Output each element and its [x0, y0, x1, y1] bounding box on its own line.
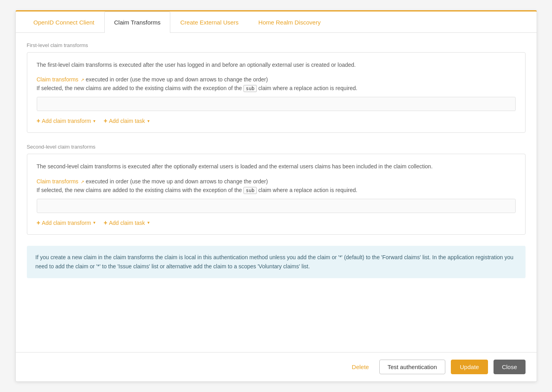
first-level-add-task-plus-icon: + [104, 117, 107, 124]
second-level-description: The second-level claim transforms is exe… [37, 162, 516, 171]
second-level-sub-prefix: If selected, the new claims are added to… [37, 187, 244, 193]
first-level-transforms-list [37, 97, 516, 111]
second-level-external-link-icon: ↗ [81, 179, 84, 185]
tab-home-realm[interactable]: Home Realm Discovery [249, 11, 331, 33]
second-level-add-task-chevron-icon: ▾ [147, 220, 150, 225]
first-level-external-link-icon: ↗ [81, 77, 84, 83]
second-level-add-task-button[interactable]: + Add claim task ▾ [104, 219, 149, 226]
test-authentication-button[interactable]: Test authentication [379, 360, 445, 374]
second-level-add-transform-plus-icon: + [37, 219, 40, 226]
first-level-add-task-chevron-icon: ▾ [147, 119, 150, 124]
first-level-sub-row: If selected, the new claims are added to… [37, 85, 516, 92]
first-level-add-transform-button[interactable]: + Add claim transform ▾ [37, 117, 96, 124]
first-level-sub-prefix: If selected, the new claims are added to… [37, 85, 244, 91]
first-level-add-task-button[interactable]: + Add claim task ▾ [104, 117, 149, 124]
first-level-add-transform-plus-icon: + [37, 117, 40, 124]
first-level-add-task-label: Add claim task [109, 118, 145, 124]
update-button[interactable]: Update [451, 360, 488, 374]
first-level-sub-badge: sub [243, 85, 257, 92]
second-level-sub-suffix: claim where a replace action is required… [258, 187, 358, 193]
close-button[interactable]: Close [494, 360, 525, 374]
second-level-label: Second-level claim transforms [27, 144, 526, 150]
first-level-add-transform-chevron-icon: ▾ [93, 119, 96, 124]
modal-container: OpenID Connect Client Claim Transforms C… [15, 10, 537, 382]
first-level-claim-link-suffix: executed in order (use the move up and d… [86, 76, 268, 83]
second-level-claim-link-row: Claim transforms ↗ executed in order (us… [37, 178, 516, 185]
delete-button[interactable]: Delete [347, 360, 373, 373]
second-level-add-transform-label: Add claim transform [42, 220, 91, 226]
second-level-add-row: + Add claim transform ▾ + Add claim task… [37, 219, 516, 226]
first-level-add-row: + Add claim transform ▾ + Add claim task… [37, 117, 516, 124]
content-area: First-level claim transforms The first-l… [16, 33, 537, 352]
first-level-claim-transforms-link[interactable]: Claim transforms [37, 76, 79, 83]
second-level-add-transform-button[interactable]: + Add claim transform ▾ [37, 219, 96, 226]
first-level-claim-link-row: Claim transforms ↗ executed in order (us… [37, 76, 516, 83]
info-box: If you create a new claim in the claim t… [27, 246, 526, 278]
second-level-sub-badge: sub [243, 187, 257, 194]
second-level-claim-link-suffix: executed in order (use the move up and d… [86, 178, 268, 185]
first-level-add-transform-label: Add claim transform [42, 118, 91, 124]
first-level-sub-suffix: claim where a replace action is required… [258, 85, 358, 91]
tab-openid[interactable]: OpenID Connect Client [24, 11, 104, 33]
first-level-label: First-level claim transforms [27, 42, 526, 48]
first-level-description: The first-level claim transforms is exec… [37, 60, 516, 69]
second-level-claim-transforms-link[interactable]: Claim transforms [37, 178, 79, 185]
second-level-transforms-list [37, 199, 516, 213]
footer: Delete Test authentication Update Close [16, 352, 537, 381]
tab-bar: OpenID Connect Client Claim Transforms C… [16, 11, 537, 33]
second-level-add-task-label: Add claim task [109, 220, 145, 226]
tab-claim-transforms[interactable]: Claim Transforms [104, 11, 171, 33]
second-level-card: The second-level claim transforms is exe… [27, 154, 526, 234]
second-level-add-task-plus-icon: + [104, 219, 107, 226]
tab-create-external[interactable]: Create External Users [170, 11, 249, 33]
first-level-card: The first-level claim transforms is exec… [27, 52, 526, 133]
second-level-add-transform-chevron-icon: ▾ [93, 220, 96, 225]
second-level-sub-row: If selected, the new claims are added to… [37, 187, 516, 194]
